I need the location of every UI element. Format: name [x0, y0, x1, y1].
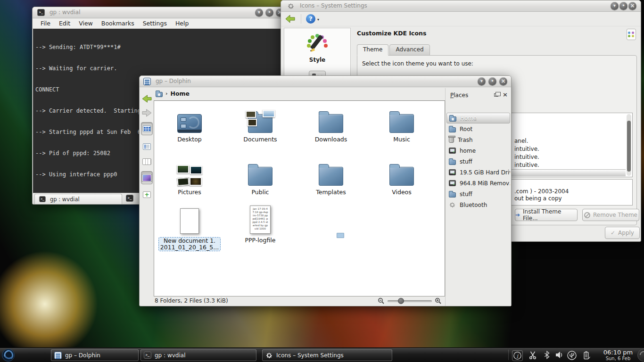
dolphin-statusbar: 8 Folders, 2 Files (3.3 KiB) — [140, 296, 445, 306]
settings-tabs: Theme Advanced — [357, 44, 430, 56]
task-system-settings[interactable]: Icons – System Settings — [262, 349, 392, 361]
maximize-button[interactable] — [619, 2, 627, 10]
menu-settings[interactable]: Settings — [139, 19, 171, 28]
settings-window-title: Icons – System Settings — [300, 2, 367, 9]
style-icon — [306, 33, 328, 54]
terminal-icon: >_ — [37, 9, 45, 16]
folder-item-desktop[interactable]: Desktop — [161, 105, 218, 143]
place-item-bluetooth[interactable]: Bluetooth — [446, 199, 510, 210]
clock[interactable]: 06:10 pm Sun, 6 Feb — [601, 349, 636, 361]
battery-icon[interactable] — [582, 350, 591, 361]
breadcrumb-home[interactable]: Home — [171, 90, 190, 97]
install-arrow-icon: ➔ — [515, 212, 520, 218]
app-launcher-icon[interactable] — [1, 348, 15, 362]
drag-ghost-icon — [337, 233, 344, 238]
install-theme-button[interactable]: ➔ Install Theme File... — [515, 209, 578, 221]
place-item-home[interactable]: Home — [446, 113, 510, 123]
gear-icon — [265, 352, 273, 359]
settings-titlebar[interactable]: Icons – System Settings — [281, 0, 641, 12]
folder-item-templates[interactable]: Templates — [303, 157, 359, 196]
menu-view[interactable]: View — [74, 19, 97, 28]
menu-help[interactable]: Help — [171, 19, 193, 28]
minimize-button[interactable] — [611, 2, 619, 10]
minimize-button[interactable] — [255, 8, 263, 16]
minimize-button[interactable] — [478, 77, 486, 85]
forward-button[interactable] — [141, 107, 153, 118]
remove-theme-button[interactable]: Remove Theme — [582, 209, 639, 221]
konsole-titlebar[interactable]: >_ gp : wvdial — [33, 7, 286, 18]
plasma-cashew-icon[interactable] — [637, 349, 644, 362]
folder-item-videos[interactable]: Videos — [373, 157, 430, 196]
icon-view-button[interactable] — [141, 122, 153, 135]
task-konsole[interactable]: >_ gp : wvdial — [140, 349, 256, 361]
new-tab-button[interactable]: >_ — [126, 195, 133, 202]
split-view-button[interactable]: + — [141, 189, 153, 200]
preview-button[interactable] — [141, 171, 153, 184]
dolphin-icon — [54, 352, 62, 359]
konsole-tab[interactable]: >_ gp : wvdial — [34, 194, 122, 204]
maximize-button[interactable] — [265, 8, 273, 16]
breadcrumb[interactable]: › Home — [156, 90, 190, 97]
volume-icon[interactable] — [554, 350, 564, 360]
folder-item-documents[interactable]: Documents — [232, 105, 289, 143]
back-button[interactable] — [141, 93, 153, 104]
tab-theme[interactable]: Theme — [357, 44, 388, 56]
bluetooth-icon[interactable] — [542, 350, 552, 360]
svg-text:i: i — [517, 353, 519, 359]
notifications-icon[interactable]: i — [512, 350, 523, 361]
task-dolphin[interactable]: gp – Dolphin — [51, 349, 139, 361]
removable-drive-icon — [449, 180, 456, 186]
settings-page-title: Customize KDE Icons — [357, 30, 426, 37]
scrollbar-thumb[interactable] — [627, 121, 631, 172]
tab-advanced[interactable]: Advanced — [389, 44, 429, 56]
place-item-stuff[interactable]: stuff — [446, 156, 510, 167]
check-icon: ✓ — [611, 230, 615, 236]
klipper-scissors-icon[interactable] — [528, 350, 537, 360]
menu-edit[interactable]: Edit — [55, 19, 74, 28]
menu-file[interactable]: File — [36, 19, 55, 28]
folder-item-downloads[interactable]: Downloads — [303, 105, 359, 143]
theme-description-text: out being a copy — [514, 195, 562, 202]
apply-button[interactable]: ✓ Apply — [605, 227, 640, 239]
menu-bookmarks[interactable]: Bookmarks — [97, 19, 139, 28]
zoom-slider[interactable] — [388, 300, 432, 302]
theme-list-text: intuitive. — [514, 154, 539, 160]
help-button[interactable]: ?▾ — [306, 14, 315, 24]
dolphin-window-title: gp – Dolphin — [156, 78, 191, 84]
folder-item-pictures[interactable]: Pictures — [161, 157, 218, 196]
breadcrumb-separator: › — [165, 90, 168, 97]
place-item-stuff2[interactable]: stuff — [446, 189, 510, 199]
select-theme-label: Select the icon theme you want to use: — [362, 60, 473, 67]
file-item-ppp-logfile[interactable]: Jan 17 09:47:18 gp-Asp ire-5738 pppd[194… — [232, 204, 289, 244]
bluetooth-icon — [449, 201, 456, 208]
dolphin-titlebar[interactable]: gp – Dolphin — [140, 76, 511, 87]
back-button[interactable] — [285, 14, 296, 24]
file-item-new-document[interactable]: New document 1. 2011_01_20_16_5... — [161, 204, 218, 251]
float-panel-icon[interactable] — [494, 93, 498, 97]
overview-icon[interactable] — [627, 29, 636, 40]
place-item-hard-drive[interactable]: 19.5 GiB Hard Drive — [446, 167, 510, 178]
place-item-root[interactable]: Root — [446, 123, 510, 134]
device-notifier-usb-icon[interactable] — [567, 350, 577, 361]
dolphin-icon — [143, 78, 151, 85]
terminal-icon: >_ — [39, 196, 46, 202]
zoom-slider-handle[interactable] — [398, 298, 404, 304]
preview-icon — [142, 174, 151, 181]
folder-item-public[interactable]: Public — [232, 157, 289, 196]
place-item-trash[interactable]: Trash — [446, 134, 510, 145]
maximize-button[interactable] — [488, 77, 496, 85]
documents-folder-icon — [248, 114, 272, 133]
scrollbar[interactable] — [627, 114, 631, 176]
place-item-removable[interactable]: 964.8 MiB Remov… — [446, 178, 510, 189]
place-item-home-drive[interactable]: home — [446, 145, 510, 156]
columns-view-button[interactable] — [141, 156, 153, 167]
close-button[interactable] — [628, 2, 636, 10]
dolphin-file-view[interactable]: Desktop Documents Downloads Music — [154, 100, 445, 296]
close-panel-icon[interactable]: × — [503, 91, 508, 98]
folder-item-music[interactable]: Music — [373, 105, 430, 143]
zoom-out-icon[interactable] — [378, 297, 385, 304]
close-button[interactable] — [499, 77, 507, 85]
zoom-in-icon[interactable] — [435, 297, 442, 304]
details-view-button[interactable] — [141, 141, 153, 152]
sidebar-item-style[interactable]: Style — [284, 28, 350, 63]
